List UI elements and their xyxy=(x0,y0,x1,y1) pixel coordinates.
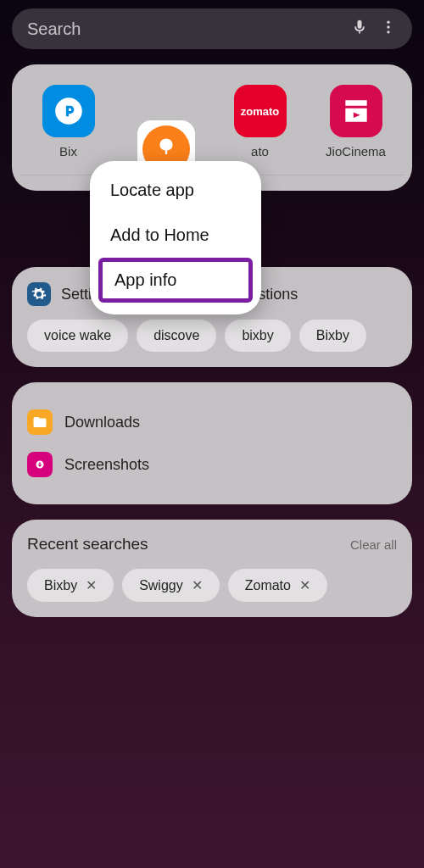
folder-downloads[interactable]: Downloads xyxy=(27,401,397,443)
app-label: ato xyxy=(251,144,269,159)
recent-chip-bixby[interactable]: Bixby ✕ xyxy=(27,569,114,602)
svg-point-2 xyxy=(387,31,389,33)
svg-point-1 xyxy=(387,25,389,28)
recent-title: Recent searches xyxy=(27,535,148,554)
recent-card: Recent searches Clear all Bixby ✕ Swiggy… xyxy=(12,520,412,617)
zomato-icon-text: zomato xyxy=(241,105,280,118)
recent-chip-zomato[interactable]: Zomato ✕ xyxy=(228,569,327,602)
close-icon[interactable]: ✕ xyxy=(86,577,97,593)
app-bixby[interactable]: Bix xyxy=(26,85,111,159)
folder-downloads-icon xyxy=(27,409,53,435)
jiocinema-icon xyxy=(330,85,382,137)
mic-icon[interactable] xyxy=(351,19,368,39)
recent-chip-label: Bixby xyxy=(44,578,77,593)
recent-chip-label: Swiggy xyxy=(139,578,183,593)
close-icon[interactable]: ✕ xyxy=(299,577,310,593)
folder-downloads-label: Downloads xyxy=(64,414,140,431)
svg-point-0 xyxy=(387,21,389,24)
search-placeholder: Search xyxy=(27,19,339,39)
gear-icon xyxy=(27,282,51,306)
context-menu: Locate app Add to Home App info xyxy=(90,161,261,314)
folder-screenshots-icon xyxy=(27,452,53,477)
app-label: Bix xyxy=(59,144,77,159)
app-jiocinema[interactable]: JioCinema xyxy=(314,85,399,159)
chip-voice-wake[interactable]: voice wake xyxy=(27,320,128,352)
chip-discover[interactable]: discove xyxy=(137,320,216,352)
recent-header: Recent searches Clear all xyxy=(27,535,397,554)
zomato-icon: zomato xyxy=(234,85,287,137)
app-label: JioCinema xyxy=(326,144,386,159)
apps-row: Bix zomato ato JioCinema xyxy=(20,85,404,159)
close-icon[interactable]: ✕ xyxy=(192,577,203,593)
recent-chip-swiggy[interactable]: Swiggy ✕ xyxy=(122,569,220,602)
recent-chip-label: Zomato xyxy=(245,578,291,593)
folder-screenshots-label: Screenshots xyxy=(64,456,149,474)
context-add-to-home[interactable]: Add to Home xyxy=(90,213,261,258)
recent-chips: Bixby ✕ Swiggy ✕ Zomato ✕ xyxy=(27,569,397,602)
chip-Bixby[interactable]: Bixby xyxy=(299,320,366,352)
context-locate-app[interactable]: Locate app xyxy=(90,168,261,213)
settings-chips: voice wake discove bixby Bixby xyxy=(27,320,397,352)
more-icon[interactable] xyxy=(380,19,397,39)
folder-screenshots[interactable]: Screenshots xyxy=(27,443,397,486)
clear-all-button[interactable]: Clear all xyxy=(350,537,397,552)
app-zomato[interactable]: zomato ato xyxy=(218,85,303,159)
context-app-info[interactable]: App info xyxy=(98,258,253,303)
chip-bixby[interactable]: bixby xyxy=(225,320,290,352)
bixby-icon xyxy=(42,85,95,137)
search-bar[interactable]: Search xyxy=(12,8,412,49)
folders-card: Downloads Screenshots xyxy=(12,382,412,504)
